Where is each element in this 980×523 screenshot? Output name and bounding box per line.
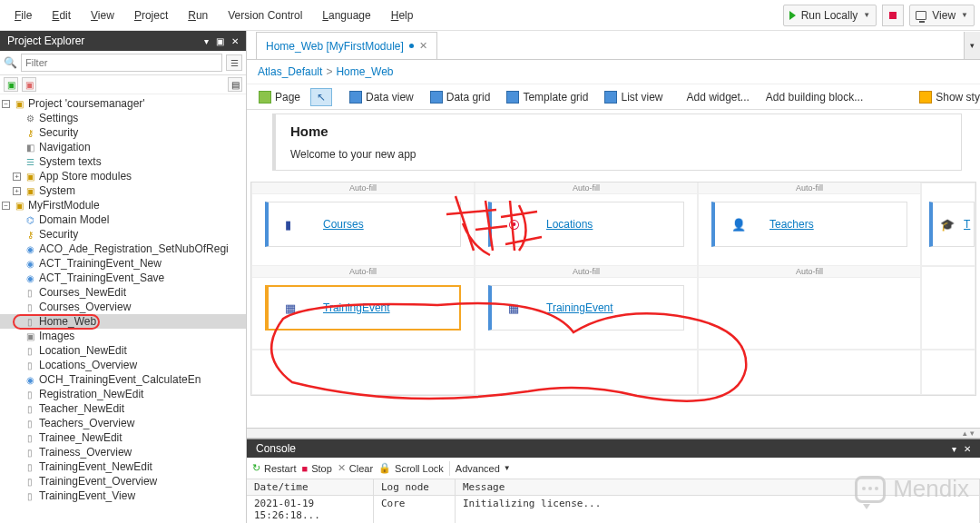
link-locations[interactable]: Locations (546, 218, 593, 231)
grid-cell[interactable]: Auto-fill ▦TrainingEvent (251, 266, 475, 350)
card-locations[interactable]: ⦿Locations (488, 202, 684, 247)
link-trainingevent[interactable]: TrainingEvent (546, 301, 613, 314)
tree-security[interactable]: Security (39, 126, 78, 139)
tree-item-act_trainingevent_save[interactable]: ◉ACT_TrainingEvent_Save (0, 271, 246, 285)
view-button[interactable]: View ▼ (909, 5, 975, 26)
showstyles-button[interactable]: Show styles (913, 88, 980, 106)
tree-item-trainingevent_view[interactable]: ▯TrainingEvent_View (0, 488, 246, 503)
tree-item-security[interactable]: ⚷Security (0, 227, 246, 242)
tree-system[interactable]: System (39, 184, 75, 197)
grid-cell[interactable]: Auto-fill ▦TrainingEvent (475, 266, 698, 350)
tree-item-trainingevent_newedit[interactable]: ▯TrainingEvent_NewEdit (0, 459, 246, 474)
close-icon[interactable]: ✕ (419, 40, 427, 52)
expand-all-button[interactable]: ▣ (4, 77, 18, 92)
run-locally-button[interactable]: Run Locally ▼ (783, 5, 877, 26)
menu-edit[interactable]: Edit (43, 5, 80, 25)
link-trainee[interactable]: T (964, 218, 970, 231)
home-header-widget[interactable]: Home Welcome to your new app (272, 113, 962, 171)
tree-project-root[interactable]: Project 'coursemanager' (28, 97, 145, 110)
tree-item-teacher_newedit[interactable]: ▯Teacher_NewEdit (0, 401, 246, 416)
expander-icon[interactable]: + (13, 187, 21, 195)
tab-overflow-button[interactable]: ▾ (964, 32, 980, 59)
tab-home-web[interactable]: Home_Web [MyFirstModule] ✕ (256, 32, 437, 59)
filter-input[interactable] (21, 54, 222, 72)
tree-item-och_trainingevent_calculateen[interactable]: ◉OCH_TrainingEvent_CalculateEn (0, 372, 246, 387)
card-courses[interactable]: ▮Courses (265, 202, 461, 247)
grid-cell[interactable] (251, 350, 475, 395)
addwidget-button[interactable]: Add widget... (680, 88, 755, 106)
collapse-all-button[interactable]: ▣ (22, 77, 36, 92)
card-trainingevent-2[interactable]: ▦TrainingEvent (488, 285, 684, 331)
page-canvas[interactable]: Home Welcome to your new app Auto-fill ▮… (247, 110, 980, 428)
expander-icon[interactable]: + (13, 173, 21, 181)
stop-button[interactable]: ■Stop (301, 463, 331, 474)
close-icon[interactable]: ✕ (231, 36, 239, 46)
pin-icon[interactable]: ▣ (216, 36, 224, 46)
tree-item-teachers_overview[interactable]: ▯Teachers_Overview (0, 416, 246, 430)
tree-item-registration_newedit[interactable]: ▯Registration_NewEdit (0, 387, 246, 401)
card-trainingevent-1[interactable]: ▦TrainingEvent (265, 285, 461, 331)
grid-cell[interactable] (698, 350, 921, 395)
tree-item-act_trainingevent_new[interactable]: ◉ACT_TrainingEvent_New (0, 256, 246, 271)
tree-item-locations_overview[interactable]: ▯Locations_Overview (0, 358, 246, 372)
expander-icon[interactable]: − (2, 100, 10, 108)
pointer-button[interactable]: ↖ (310, 88, 332, 106)
dataview-button[interactable]: Data view (343, 88, 420, 106)
col-message[interactable]: Message (456, 479, 980, 495)
card-teachers[interactable]: 👤Teachers (711, 202, 907, 247)
tree-settings[interactable]: Settings (39, 112, 78, 124)
breadcrumb-page[interactable]: Home_Web (336, 65, 393, 78)
templategrid-button[interactable]: Template grid (500, 88, 594, 106)
restart-button[interactable]: ↻Restart (252, 462, 296, 474)
dropdown-icon[interactable]: ▾ (204, 36, 209, 46)
grid-cell[interactable]: Auto-fill ▮Courses (251, 183, 475, 266)
tree-item-trainee_newedit[interactable]: ▯Trainee_NewEdit (0, 430, 246, 445)
page-button[interactable]: Page (252, 88, 307, 106)
tree-item-trainingevent_overview[interactable]: ▯TrainingEvent_Overview (0, 474, 246, 488)
tree-item-trainess_overview[interactable]: ▯Trainess_Overview (0, 445, 246, 459)
card-trainee[interactable]: 🎓T (929, 202, 975, 247)
tree-appstore[interactable]: App Store modules (39, 170, 132, 183)
menu-language[interactable]: Language (313, 5, 379, 25)
listview-button[interactable]: List view (598, 88, 669, 106)
scrolllock-button[interactable]: 🔒Scroll Lock (378, 462, 444, 474)
menu-view[interactable]: View (82, 5, 123, 25)
expander-icon[interactable]: − (2, 202, 10, 210)
tree-systemtexts[interactable]: System texts (39, 155, 102, 168)
tree-item-aco_ade_registration_setnubofregi[interactable]: ◉ACO_Ade_Registration_SetNubOfRegi (0, 242, 246, 256)
grid-cell[interactable] (475, 350, 698, 395)
grid-cell[interactable]: Auto-fill 👤Teachers (698, 183, 921, 266)
col-datetime[interactable]: Date/time (247, 479, 374, 495)
col-lognode[interactable]: Log node (374, 479, 456, 495)
grid-cell[interactable]: Auto-fill (698, 266, 921, 350)
close-icon[interactable]: ✕ (964, 444, 971, 454)
tree-navigation[interactable]: Navigation (39, 141, 91, 153)
link-teachers[interactable]: Teachers (769, 218, 814, 231)
tree-item-images[interactable]: ▣Images (0, 329, 246, 343)
menu-run[interactable]: Run (179, 5, 217, 25)
tree-item-courses_newedit[interactable]: ▯Courses_NewEdit (0, 285, 246, 300)
tree-module[interactable]: MyFirstModule (28, 199, 100, 212)
tree-item-domain model[interactable]: ⌬Domain Model (0, 212, 246, 227)
menu-file[interactable]: File (5, 5, 41, 25)
tree-item-location_newedit[interactable]: ▯Location_NewEdit (0, 343, 246, 358)
grid-cell[interactable] (921, 266, 975, 350)
grid-cell[interactable] (921, 350, 975, 395)
tree-item-home_web[interactable]: ▯Home_Web (0, 314, 246, 329)
datagrid-button[interactable]: Data grid (424, 88, 497, 106)
link-trainingevent[interactable]: TrainingEvent (323, 301, 390, 314)
breadcrumb-root[interactable]: Atlas_Default (258, 65, 322, 78)
filter-option-button[interactable]: ☰ (226, 54, 242, 71)
splitter-bar[interactable]: ▴ ▾ (247, 428, 980, 439)
grid-cell[interactable]: 🎓T (921, 183, 975, 266)
stop-button[interactable] (882, 5, 904, 26)
tree-item-courses_overview[interactable]: ▯Courses_Overview (0, 300, 246, 314)
link-courses[interactable]: Courses (323, 218, 364, 231)
toggle-view-button[interactable]: ▤ (228, 77, 242, 92)
grid-cell[interactable]: Auto-fill ⦿Locations (475, 183, 698, 266)
addbuildingblock-button[interactable]: Add building block... (760, 88, 869, 106)
menu-project[interactable]: Project (125, 5, 177, 25)
menu-version-control[interactable]: Version Control (219, 5, 311, 25)
advanced-button[interactable]: Advanced ▼ (456, 463, 511, 474)
menu-help[interactable]: Help (382, 5, 423, 25)
